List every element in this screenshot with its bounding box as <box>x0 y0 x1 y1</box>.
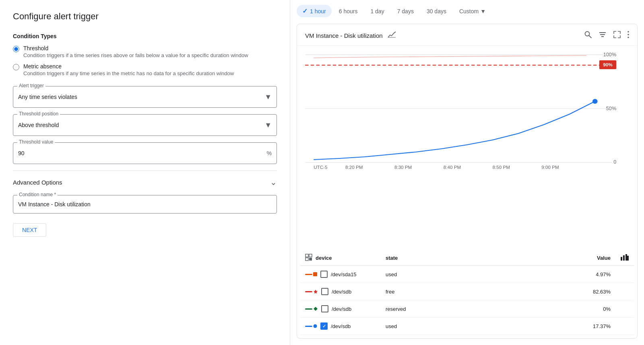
chart-header: VM Instance - Disk utilization <box>297 24 637 46</box>
condition-types-label: Condition Types <box>13 33 277 39</box>
chart-actions <box>584 31 629 41</box>
table-row: /dev/sdb free 82.63% <box>300 283 634 300</box>
alert-trigger-select[interactable]: Any time series violates ▼ <box>18 86 272 107</box>
row3-checkbox[interactable] <box>321 305 328 312</box>
row1-value: 4.97% <box>504 266 615 283</box>
svg-point-8 <box>627 37 629 38</box>
time-btn-6hours[interactable]: 6 hours <box>333 6 363 17</box>
row4-state: used <box>381 318 504 335</box>
page-title: Configure alert trigger <box>13 11 277 22</box>
chart-area: 100% 50% 0 90% <box>297 46 637 247</box>
svg-rect-29 <box>621 257 622 261</box>
svg-rect-26 <box>309 254 312 257</box>
col-bars <box>615 251 634 266</box>
time-btn-7days[interactable]: 7 days <box>392 6 419 17</box>
advanced-options-toggle[interactable]: Advanced Options ⌄ <box>13 170 277 192</box>
time-btn-custom[interactable]: Custom ▼ <box>454 6 491 17</box>
right-panel: ✓ 1 hour 6 hours 1 day 7 days 30 days Cu… <box>290 0 644 345</box>
metric-absence-label: Metric absence <box>23 63 234 70</box>
svg-rect-31 <box>625 254 627 261</box>
chart-filter-icon[interactable] <box>599 31 607 41</box>
metric-absence-radio[interactable] <box>13 64 19 70</box>
row4-checkbox[interactable] <box>320 322 328 330</box>
condition-name-field[interactable]: Condition name * <box>13 195 277 214</box>
threshold-position-label: Threshold position <box>17 111 60 117</box>
row3-state: reserved <box>381 300 504 318</box>
threshold-value-label: Threshold value <box>17 139 55 145</box>
grid-icon <box>305 254 312 262</box>
threshold-position-dropdown-arrow: ▼ <box>264 121 272 129</box>
svg-rect-28 <box>309 258 312 261</box>
svg-rect-30 <box>623 255 625 261</box>
threshold-value-group: Threshold value % <box>13 142 277 164</box>
chart-expand-icon[interactable] <box>613 31 621 41</box>
threshold-position-field[interactable]: Threshold position Above threshold ▼ <box>13 114 277 136</box>
time-btn-1day[interactable]: 1 day <box>365 6 390 17</box>
row3-value: 0% <box>504 300 615 318</box>
chart-svg: 100% 50% 0 90% <box>305 49 629 170</box>
alert-trigger-dropdown-arrow: ▼ <box>264 93 272 101</box>
threshold-radio-item[interactable]: Threshold Condition triggers if a time s… <box>13 45 277 58</box>
svg-point-7 <box>627 34 629 35</box>
chart-title-wrap: VM Instance - Disk utilization <box>305 31 396 40</box>
svg-point-6 <box>627 31 629 33</box>
check-mark-icon: ✓ <box>302 7 308 15</box>
row3-device: /dev/sdb <box>332 306 351 312</box>
svg-text:90%: 90% <box>603 62 612 67</box>
col-device: device <box>300 251 381 266</box>
condition-name-input[interactable] <box>18 195 272 213</box>
next-button[interactable]: NEXT <box>13 223 46 237</box>
line-chart-icon <box>388 31 396 40</box>
time-btn-1hour[interactable]: ✓ 1 hour <box>297 5 332 17</box>
table-row: /dev/sda15 used 4.97% <box>300 266 634 283</box>
threshold-unit: % <box>267 150 272 156</box>
chart-more-icon[interactable] <box>627 31 629 40</box>
svg-point-1 <box>585 32 590 36</box>
left-panel: Configure alert trigger Condition Types … <box>0 0 290 345</box>
row2-checkbox[interactable] <box>321 288 328 295</box>
svg-text:8:50 PM: 8:50 PM <box>493 165 510 170</box>
svg-text:8:30 PM: 8:30 PM <box>394 165 412 170</box>
threshold-radio[interactable] <box>13 46 19 52</box>
svg-rect-25 <box>305 254 308 257</box>
threshold-value-input[interactable] <box>18 150 267 156</box>
chart-title: VM Instance - Disk utilization <box>305 32 383 39</box>
row2-state: free <box>381 283 504 300</box>
row2-device: /dev/sdb <box>332 289 351 295</box>
condition-name-label: Condition name * <box>17 192 58 197</box>
threshold-position-group: Threshold position Above threshold ▼ <box>13 114 277 136</box>
row1-state: used <box>381 266 504 283</box>
table-row: /dev/sdb used 17.37% <box>300 318 634 335</box>
alert-trigger-value: Any time series violates <box>18 94 77 100</box>
table-row: /dev/sdb reserved 0% <box>300 300 634 318</box>
custom-dropdown-icon: ▼ <box>480 8 486 14</box>
svg-marker-34 <box>314 307 318 311</box>
svg-point-18 <box>592 99 598 104</box>
condition-types-group: Condition Types Threshold Condition trig… <box>13 33 277 76</box>
chart-data-table: device state Value <box>300 251 634 335</box>
row4-value: 17.37% <box>504 318 615 335</box>
time-btn-30days[interactable]: 30 days <box>421 6 452 17</box>
chart-search-icon[interactable] <box>584 31 592 41</box>
svg-line-2 <box>589 36 592 38</box>
advanced-options-chevron-icon: ⌄ <box>270 177 277 187</box>
svg-text:8:40 PM: 8:40 PM <box>444 165 461 170</box>
threshold-label: Threshold <box>23 45 248 51</box>
alert-trigger-group: Alert trigger Any time series violates ▼ <box>13 86 277 108</box>
threshold-position-select[interactable]: Above threshold ▼ <box>18 115 272 136</box>
svg-text:8:20 PM: 8:20 PM <box>345 165 363 170</box>
alert-trigger-field[interactable]: Alert trigger Any time series violates ▼ <box>13 86 277 108</box>
chart-card: VM Instance - Disk utilization <box>297 24 638 339</box>
threshold-value-field[interactable]: Threshold value % <box>13 142 277 164</box>
col-state: state <box>381 251 504 266</box>
svg-text:0: 0 <box>613 159 616 165</box>
svg-text:UTC-5: UTC-5 <box>314 165 327 170</box>
condition-name-group: Condition name * <box>13 195 277 214</box>
row1-device: /dev/sda15 <box>331 271 357 277</box>
row1-checkbox[interactable] <box>320 271 328 278</box>
advanced-options-label: Advanced Options <box>13 179 62 186</box>
col-value: Value <box>504 251 615 266</box>
threshold-description: Condition triggers if a time series rise… <box>23 52 248 58</box>
threshold-position-value: Above threshold <box>18 122 59 128</box>
metric-absence-radio-item[interactable]: Metric absence Condition triggers if any… <box>13 63 277 76</box>
